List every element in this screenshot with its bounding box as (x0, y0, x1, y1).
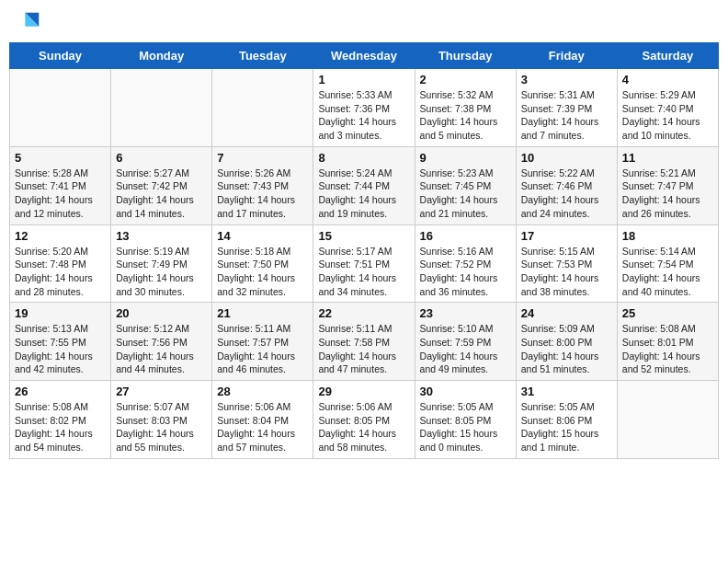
day-info: Sunrise: 5:07 AMSunset: 8:03 PMDaylight:… (116, 400, 207, 454)
calendar-cell: 8Sunrise: 5:24 AMSunset: 7:44 PMDaylight… (313, 146, 415, 224)
day-number: 28 (217, 385, 308, 398)
header-sunday: Sunday (10, 43, 111, 69)
calendar-cell: 19Sunrise: 5:13 AMSunset: 7:55 PMDayligh… (10, 303, 111, 381)
calendar-cell (111, 69, 212, 147)
header-monday: Monday (111, 43, 212, 69)
day-number: 10 (521, 151, 612, 165)
day-info: Sunrise: 5:31 AMSunset: 7:39 PMDaylight:… (521, 88, 612, 143)
header-thursday: Thursday (415, 43, 516, 69)
day-info: Sunrise: 5:14 AMSunset: 7:54 PMDaylight:… (622, 245, 713, 299)
day-number: 7 (217, 151, 308, 165)
calendar-cell: 18Sunrise: 5:14 AMSunset: 7:54 PMDayligh… (617, 224, 718, 303)
day-number: 17 (521, 229, 612, 243)
calendar-cell: 22Sunrise: 5:11 AMSunset: 7:58 PMDayligh… (313, 303, 415, 381)
day-number: 22 (318, 306, 409, 320)
day-info: Sunrise: 5:11 AMSunset: 7:57 PMDaylight:… (217, 322, 308, 376)
calendar-cell (10, 69, 111, 147)
day-number: 12 (15, 229, 106, 243)
header-saturday: Saturday (617, 43, 718, 69)
day-number: 20 (116, 306, 207, 320)
calendar-cell: 26Sunrise: 5:08 AMSunset: 8:02 PMDayligh… (10, 381, 111, 459)
day-number: 19 (15, 306, 106, 320)
calendar-cell: 24Sunrise: 5:09 AMSunset: 8:00 PMDayligh… (516, 303, 617, 381)
day-info: Sunrise: 5:09 AMSunset: 8:00 PMDaylight:… (521, 322, 612, 376)
calendar-cell (212, 69, 313, 147)
day-info: Sunrise: 5:06 AMSunset: 8:04 PMDaylight:… (217, 400, 308, 454)
day-info: Sunrise: 5:12 AMSunset: 7:56 PMDaylight:… (116, 322, 207, 376)
day-info: Sunrise: 5:33 AMSunset: 7:36 PMDaylight:… (318, 88, 409, 143)
calendar-cell: 27Sunrise: 5:07 AMSunset: 8:03 PMDayligh… (111, 381, 212, 459)
day-info: Sunrise: 5:23 AMSunset: 7:45 PMDaylight:… (420, 167, 511, 221)
calendar-cell: 11Sunrise: 5:21 AMSunset: 7:47 PMDayligh… (617, 146, 718, 224)
day-info: Sunrise: 5:26 AMSunset: 7:43 PMDaylight:… (217, 167, 308, 221)
calendar-cell: 5Sunrise: 5:28 AMSunset: 7:41 PMDaylight… (10, 146, 111, 224)
calendar-cell: 23Sunrise: 5:10 AMSunset: 7:59 PMDayligh… (415, 303, 516, 381)
day-info: Sunrise: 5:15 AMSunset: 7:53 PMDaylight:… (521, 245, 612, 299)
day-number: 11 (622, 151, 713, 165)
calendar-cell: 3Sunrise: 5:31 AMSunset: 7:39 PMDaylight… (516, 69, 617, 147)
calendar-cell: 30Sunrise: 5:05 AMSunset: 8:05 PMDayligh… (415, 381, 516, 459)
day-number: 9 (420, 151, 511, 165)
day-number: 27 (116, 385, 207, 398)
calendar-cell: 14Sunrise: 5:18 AMSunset: 7:50 PMDayligh… (212, 224, 313, 303)
day-number: 25 (622, 306, 713, 320)
calendar-cell: 1Sunrise: 5:33 AMSunset: 7:36 PMDaylight… (313, 69, 415, 147)
day-number: 13 (116, 229, 207, 243)
day-info: Sunrise: 5:22 AMSunset: 7:46 PMDaylight:… (521, 167, 612, 221)
calendar-cell: 29Sunrise: 5:06 AMSunset: 8:05 PMDayligh… (313, 381, 415, 459)
day-info: Sunrise: 5:19 AMSunset: 7:49 PMDaylight:… (116, 245, 207, 299)
day-number: 3 (521, 73, 612, 86)
day-info: Sunrise: 5:24 AMSunset: 7:44 PMDaylight:… (318, 167, 409, 221)
calendar-cell: 9Sunrise: 5:23 AMSunset: 7:45 PMDaylight… (415, 146, 516, 224)
day-info: Sunrise: 5:08 AMSunset: 8:02 PMDaylight:… (15, 400, 106, 454)
day-number: 6 (116, 151, 207, 165)
day-number: 23 (420, 306, 511, 320)
day-number: 29 (318, 385, 409, 398)
day-info: Sunrise: 5:21 AMSunset: 7:47 PMDaylight:… (622, 167, 713, 221)
calendar-week-1: 1Sunrise: 5:33 AMSunset: 7:36 PMDaylight… (10, 69, 719, 147)
page-header (9, 9, 719, 35)
day-info: Sunrise: 5:08 AMSunset: 8:01 PMDaylight:… (622, 322, 713, 376)
calendar-cell: 13Sunrise: 5:19 AMSunset: 7:49 PMDayligh… (111, 224, 212, 303)
day-number: 30 (420, 385, 511, 398)
calendar-cell: 28Sunrise: 5:06 AMSunset: 8:04 PMDayligh… (212, 381, 313, 459)
logo-icon (17, 9, 42, 35)
calendar-week-4: 19Sunrise: 5:13 AMSunset: 7:55 PMDayligh… (10, 303, 719, 381)
day-number: 26 (15, 385, 106, 398)
day-number: 8 (318, 151, 409, 165)
day-number: 2 (420, 73, 511, 86)
calendar-cell: 10Sunrise: 5:22 AMSunset: 7:46 PMDayligh… (516, 146, 617, 224)
calendar-cell: 15Sunrise: 5:17 AMSunset: 7:51 PMDayligh… (313, 224, 415, 303)
day-info: Sunrise: 5:16 AMSunset: 7:52 PMDaylight:… (420, 245, 511, 299)
day-number: 31 (521, 385, 612, 398)
day-number: 15 (318, 229, 409, 243)
calendar-cell: 31Sunrise: 5:05 AMSunset: 8:06 PMDayligh… (516, 381, 617, 459)
day-number: 1 (318, 73, 409, 86)
day-info: Sunrise: 5:05 AMSunset: 8:05 PMDaylight:… (420, 400, 511, 454)
day-info: Sunrise: 5:05 AMSunset: 8:06 PMDaylight:… (521, 400, 612, 454)
calendar-week-3: 12Sunrise: 5:20 AMSunset: 7:48 PMDayligh… (10, 224, 719, 303)
day-info: Sunrise: 5:11 AMSunset: 7:58 PMDaylight:… (318, 322, 409, 376)
calendar-cell: 6Sunrise: 5:27 AMSunset: 7:42 PMDaylight… (111, 146, 212, 224)
calendar-cell: 7Sunrise: 5:26 AMSunset: 7:43 PMDaylight… (212, 146, 313, 224)
calendar-table: SundayMondayTuesdayWednesdayThursdayFrid… (9, 42, 719, 459)
day-number: 21 (217, 306, 308, 320)
day-number: 16 (420, 229, 511, 243)
day-number: 18 (622, 229, 713, 243)
day-info: Sunrise: 5:32 AMSunset: 7:38 PMDaylight:… (420, 88, 511, 143)
day-info: Sunrise: 5:29 AMSunset: 7:40 PMDaylight:… (622, 88, 713, 143)
calendar-cell: 20Sunrise: 5:12 AMSunset: 7:56 PMDayligh… (111, 303, 212, 381)
day-number: 4 (622, 73, 713, 86)
day-number: 24 (521, 306, 612, 320)
day-number: 5 (15, 151, 106, 165)
calendar-cell: 4Sunrise: 5:29 AMSunset: 7:40 PMDaylight… (617, 69, 718, 147)
day-info: Sunrise: 5:18 AMSunset: 7:50 PMDaylight:… (217, 245, 308, 299)
calendar-header-row: SundayMondayTuesdayWednesdayThursdayFrid… (10, 43, 719, 69)
calendar-cell: 12Sunrise: 5:20 AMSunset: 7:48 PMDayligh… (10, 224, 111, 303)
calendar-cell: 25Sunrise: 5:08 AMSunset: 8:01 PMDayligh… (617, 303, 718, 381)
header-tuesday: Tuesday (212, 43, 313, 69)
calendar-cell: 17Sunrise: 5:15 AMSunset: 7:53 PMDayligh… (516, 224, 617, 303)
calendar-cell: 2Sunrise: 5:32 AMSunset: 7:38 PMDaylight… (415, 69, 516, 147)
header-wednesday: Wednesday (313, 43, 415, 69)
day-info: Sunrise: 5:27 AMSunset: 7:42 PMDaylight:… (116, 167, 207, 221)
